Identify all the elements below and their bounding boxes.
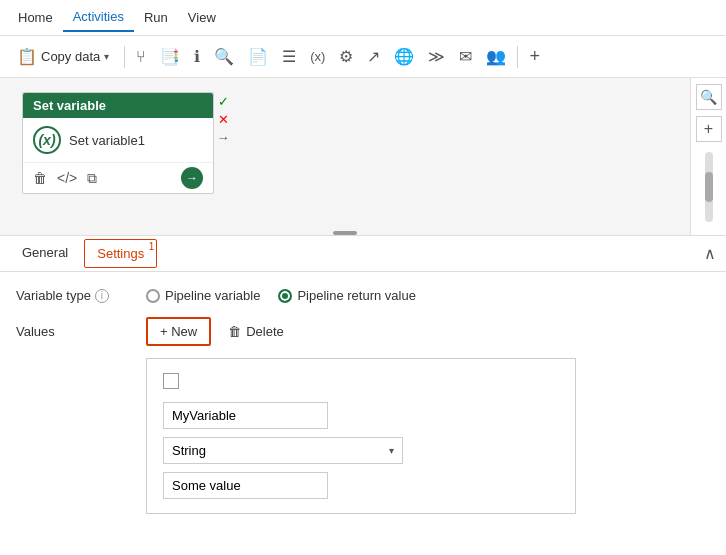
node-header: Set variable	[23, 93, 213, 118]
canvas-right-panel: 🔍 +	[690, 78, 726, 235]
cross-btn[interactable]: ✕	[214, 110, 232, 128]
trash-icon[interactable]: 🗑	[33, 170, 47, 186]
side-arrow-btn[interactable]: →	[214, 128, 232, 146]
copy-data-button[interactable]: 📋 Copy data ▾	[8, 42, 118, 71]
search-icon[interactable]: 🔍	[209, 43, 239, 70]
zoom-plus-btn[interactable]: +	[696, 116, 722, 142]
add-more-icon[interactable]: +	[524, 42, 545, 71]
variable-name-input[interactable]	[163, 402, 328, 429]
variable-type-label: Variable type i	[16, 288, 146, 303]
collapse-handle[interactable]	[333, 231, 357, 235]
node-arrow-btn[interactable]: →	[181, 167, 203, 189]
info-icon[interactable]: ℹ	[189, 43, 205, 70]
copy-icon[interactable]: 📑	[155, 43, 185, 70]
scrollbar-thumb	[705, 172, 713, 202]
menubar: Home Activities Run View	[0, 0, 726, 36]
mail-icon[interactable]: ✉	[454, 43, 477, 70]
node-label: Set variable1	[69, 133, 145, 148]
copy-data-arrow: ▾	[104, 51, 109, 62]
radio-group: Pipeline variable Pipeline return value	[146, 288, 416, 303]
checkmark-btn[interactable]: ✓	[214, 92, 232, 110]
menu-run[interactable]: Run	[134, 4, 178, 31]
toolbar-separator-2	[517, 46, 518, 68]
node-variable-icon: (x)	[33, 126, 61, 154]
settings-panel: Variable type i Pipeline variable Pipeli…	[0, 272, 726, 530]
node-footer: 🗑 </> ⧉ →	[23, 162, 213, 193]
globe-icon[interactable]: 🌐	[389, 43, 419, 70]
node-side-controls: ✓ ✕ →	[214, 92, 232, 146]
copy-data-icon: 📋	[17, 47, 37, 66]
values-row: Values + New 🗑 Delete	[16, 317, 710, 346]
radio-pipeline-return[interactable]: Pipeline return value	[278, 288, 416, 303]
set-variable-node: Set variable (x) Set variable1 🗑 </> ⧉ →	[22, 92, 214, 194]
panel-collapse-btn[interactable]: ∧	[704, 244, 716, 263]
tab-settings-label: Settings	[97, 246, 144, 261]
variable-type-row: Variable type i Pipeline variable Pipeli…	[16, 288, 710, 303]
table-row-checkbox[interactable]	[163, 373, 179, 389]
radio-pipeline-variable[interactable]: Pipeline variable	[146, 288, 260, 303]
radio-pipeline-return-label: Pipeline return value	[297, 288, 416, 303]
delete-icon: 🗑	[228, 324, 241, 339]
tab-general-label: General	[22, 245, 68, 260]
value-input[interactable]	[163, 472, 328, 499]
settings-icon[interactable]: ⚙	[334, 43, 358, 70]
code-icon[interactable]: </>	[57, 170, 77, 186]
export-icon[interactable]: ↗	[362, 43, 385, 70]
type-select-arrow-icon: ▾	[389, 445, 394, 456]
settings-badge: 1	[149, 241, 155, 252]
zoom-search-btn[interactable]: 🔍	[696, 84, 722, 110]
node-body: (x) Set variable1	[23, 118, 213, 162]
team-icon[interactable]: 👥	[481, 43, 511, 70]
toolbar: 📋 Copy data ▾ ⑂ 📑 ℹ 🔍 📄 ☰ (x) ⚙ ↗ 🌐 ≫ ✉ …	[0, 36, 726, 78]
canvas-main[interactable]: Set variable (x) Set variable1 🗑 </> ⧉ →…	[0, 78, 690, 235]
panel-tabs: General Settings1	[10, 239, 157, 268]
variable-type-text: Variable type	[16, 288, 91, 303]
delete-label: Delete	[246, 324, 284, 339]
type-select-value: String	[172, 443, 206, 458]
tab-general[interactable]: General	[10, 239, 80, 268]
copy-node-icon[interactable]: ⧉	[87, 170, 97, 187]
table-container: String ▾	[146, 358, 576, 514]
variable-icon[interactable]: (x)	[305, 45, 330, 68]
values-label: Values	[16, 324, 146, 339]
panel-header: General Settings1 ∧	[0, 236, 726, 272]
radio-pipeline-variable-circle	[146, 289, 160, 303]
list-icon[interactable]: ☰	[277, 43, 301, 70]
toolbar-separator-1	[124, 46, 125, 68]
type-select[interactable]: String ▾	[163, 437, 403, 464]
stream-icon[interactable]: ≫	[423, 43, 450, 70]
new-button[interactable]: + New	[146, 317, 211, 346]
tab-settings[interactable]: Settings1	[84, 239, 157, 268]
canvas-area: Set variable (x) Set variable1 🗑 </> ⧉ →…	[0, 78, 726, 236]
canvas-scrollbar[interactable]	[705, 152, 713, 222]
branch-icon[interactable]: ⑂	[131, 44, 151, 70]
info-circle-icon[interactable]: i	[95, 289, 109, 303]
delete-button[interactable]: 🗑 Delete	[215, 318, 297, 345]
radio-pipeline-variable-label: Pipeline variable	[165, 288, 260, 303]
menu-home[interactable]: Home	[8, 4, 63, 31]
menu-view[interactable]: View	[178, 4, 226, 31]
node-header-label: Set variable	[33, 98, 106, 113]
doc-icon[interactable]: 📄	[243, 43, 273, 70]
copy-data-label: Copy data	[41, 49, 100, 64]
menu-activities[interactable]: Activities	[63, 3, 134, 32]
radio-pipeline-return-circle	[278, 289, 292, 303]
